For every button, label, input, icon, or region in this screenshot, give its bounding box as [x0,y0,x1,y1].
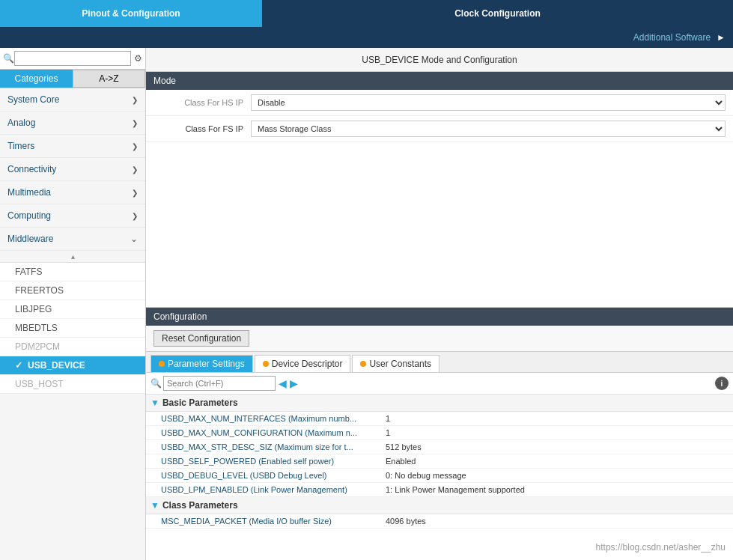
tab-dot-icon [263,361,269,367]
chevron-right-icon: ❯ [132,212,138,220]
middleware-submenu: FATFS FREERTOS LIBJPEG MBEDTLS PDM2PCM ✓… [0,263,145,394]
middleware-item-fatfs[interactable]: FATFS [0,263,145,281]
param-value-4: 0: No debug message [386,471,729,480]
pinout-title: Pinout & Configuration [82,8,180,19]
class-params-header[interactable]: ▼ Class Parameters [146,497,733,514]
sidebar: 🔍 ⚙ Categories A->Z System Core ❯ Analog… [0,48,146,560]
content-title: USB_DEVICE Mode and Configuration [146,48,733,72]
timers-label: Timers [7,141,34,151]
param-value-1: 1 [386,428,729,437]
sidebar-item-system-core[interactable]: System Core ❯ [0,88,145,112]
tab-dot-icon [159,361,165,367]
middleware-item-usb-host[interactable]: USB_HOST [0,375,145,394]
class-fs-row: Class For FS IP Mass Storage Class [146,116,733,142]
content-area: USB_DEVICE Mode and Configuration Mode C… [146,48,733,560]
class-hs-label: Class For HS IP [153,98,251,107]
config-search-input[interactable] [163,376,276,391]
middleware-item-pdm2pcm[interactable]: PDM2PCM [0,338,145,356]
sub-header-right[interactable]: Additional Software ► [262,27,733,48]
param-value-2: 512 bytes [386,442,729,451]
tab-parameter-settings[interactable]: Parameter Settings [150,355,253,372]
pinout-header[interactable]: Pinout & Configuration [0,0,262,27]
search-icon: 🔍 [150,378,162,389]
sub-header: Additional Software ► [0,27,733,48]
search-prev-icon[interactable]: ◀ [279,377,287,389]
search-input[interactable] [14,51,131,66]
class-fs-label: Class For FS IP [153,124,251,133]
middleware-item-mbedtls[interactable]: MBEDTLS [0,319,145,338]
sidebar-item-multimedia[interactable]: Multimedia ❯ [0,181,145,204]
sidebar-search-row: 🔍 ⚙ [0,48,145,70]
chevron-right-icon: ❯ [132,189,138,197]
class-hs-select[interactable]: Disable [251,94,726,111]
param-name-5: USBD_LPM_ENABLED (Link Power Management) [161,485,386,494]
param-value-5: 1: Link Power Management supported [386,485,729,494]
sidebar-item-connectivity[interactable]: Connectivity ❯ [0,158,145,181]
header: Pinout & Configuration Clock Configurati… [0,0,733,27]
class-param-value-0: 4096 bytes [386,517,729,526]
main-layout: 🔍 ⚙ Categories A->Z System Core ❯ Analog… [0,48,733,560]
param-value-3: Enabled [386,457,729,466]
gear-icon[interactable]: ⚙ [134,53,142,64]
sidebar-item-computing[interactable]: Computing ❯ [0,204,145,228]
analog-label: Analog [7,118,35,128]
sidebar-item-timers[interactable]: Timers ❯ [0,135,145,158]
sidebar-item-analog[interactable]: Analog ❯ [0,112,145,135]
mode-empty-space [146,142,733,307]
tab-user-constants[interactable]: User Constants [352,355,440,372]
additional-software-arrow: ► [717,32,726,43]
reset-configuration-button[interactable]: Reset Configuration [153,330,249,347]
param-value-0: 1 [386,414,729,423]
chevron-right-icon: ❯ [132,119,138,127]
middleware-item-usb-device[interactable]: ✓ USB_DEVICE [0,356,145,375]
param-row-2[interactable]: USBD_MAX_STR_DESC_SIZ (Maximum size for … [146,440,733,454]
tab-categories[interactable]: Categories [0,70,73,88]
system-core-label: System Core [7,94,59,105]
scroll-indicator: ▴ [0,251,145,263]
mode-section-header: Mode [146,72,733,90]
mode-section: Mode Class For HS IP Disable Class For F… [146,72,733,308]
param-row-3[interactable]: USBD_SELF_POWERED (Enabled self power) E… [146,454,733,469]
chevron-right-icon: ❯ [132,96,138,104]
search-next-icon[interactable]: ▶ [290,377,298,389]
tab-dot-icon [360,361,366,367]
sub-header-left [0,27,262,48]
class-param-row-0[interactable]: MSC_MEDIA_PACKET (Media I/O buffer Size)… [146,514,733,529]
multimedia-label: Multimedia [7,187,51,198]
param-row-5[interactable]: USBD_LPM_ENABLED (Link Power Management)… [146,483,733,497]
param-row-1[interactable]: USBD_MAX_NUM_CONFIGURATION (Maximum n...… [146,426,733,440]
sidebar-item-middleware[interactable]: Middleware ⌄ [0,228,145,251]
config-tabs: Parameter Settings Device Descriptor Use… [146,352,733,373]
class-param-name-0: MSC_MEDIA_PACKET (Media I/O buffer Size) [161,517,386,526]
clock-header[interactable]: Clock Configuration [262,0,733,27]
chevron-right-icon: ❯ [132,142,138,150]
param-row-4[interactable]: USBD_DEBUG_LEVEL (USBD Debug Level) 0: N… [146,469,733,483]
tab-az[interactable]: A->Z [73,70,145,88]
chevron-down-icon: ⌄ [130,234,138,244]
watermark: https://blog.csdn.net/asher__zhu [596,542,726,553]
config-section-header: Configuration [146,308,733,326]
search-icon: 🔍 [3,53,14,64]
param-name-0: USBD_MAX_NUM_INTERFACES (Maximum numb... [161,414,386,423]
param-name-4: USBD_DEBUG_LEVEL (USBD Debug Level) [161,471,386,480]
param-row-0[interactable]: USBD_MAX_NUM_INTERFACES (Maximum numb...… [146,412,733,426]
configuration-section: Configuration Reset Configuration Parame… [146,308,733,560]
middleware-item-libjpeg[interactable]: LIBJPEG [0,300,145,319]
class-fs-select[interactable]: Mass Storage Class [251,121,726,137]
collapse-icon: ▼ [150,398,159,408]
middleware-label: Middleware [7,234,53,244]
additional-software-label: Additional Software [633,32,711,43]
middleware-item-freertos[interactable]: FREERTOS [0,281,145,300]
info-icon[interactable]: i [715,377,729,390]
basic-params-header[interactable]: ▼ Basic Parameters [146,395,733,412]
config-search-row: 🔍 ◀ ▶ i [146,373,733,395]
param-name-3: USBD_SELF_POWERED (Enabled self power) [161,457,386,466]
param-name-2: USBD_MAX_STR_DESC_SIZ (Maximum size for … [161,442,386,451]
computing-label: Computing [7,210,51,221]
connectivity-label: Connectivity [7,164,56,174]
tab-device-descriptor[interactable]: Device Descriptor [255,355,351,372]
sidebar-tabs: Categories A->Z [0,70,145,88]
class-hs-row: Class For HS IP Disable [146,90,733,116]
config-reset-row: Reset Configuration [146,326,733,352]
sidebar-items-list: System Core ❯ Analog ❯ Timers ❯ Connecti… [0,88,145,560]
